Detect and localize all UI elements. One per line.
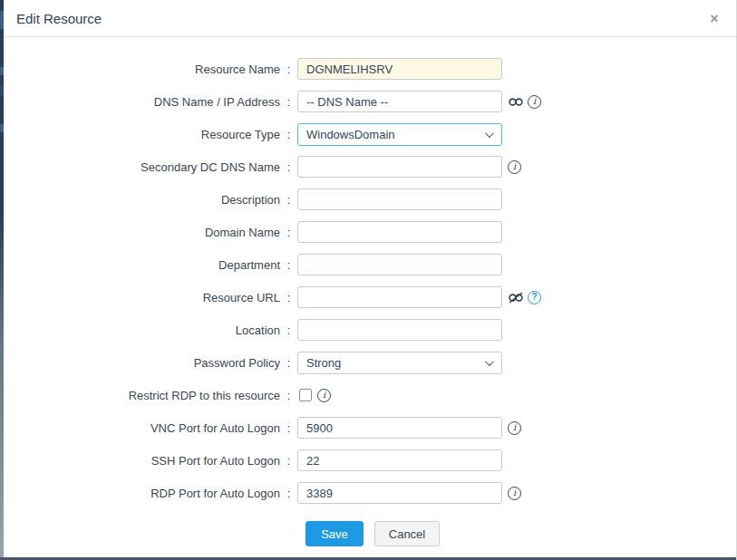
form-row-resource-type: Resource Type:WindowsDomain (4, 118, 736, 150)
field-control (297, 417, 502, 439)
password-policy-selected-value: Strong (306, 356, 341, 370)
label-separator: : (280, 291, 297, 304)
location-input[interactable] (297, 319, 502, 341)
field-icons: i (508, 487, 521, 500)
label-separator: : (280, 421, 297, 435)
sidebar-sliver-segment (0, 124, 4, 132)
field-label-resource-url: Resource URL (4, 291, 280, 304)
field-control (297, 254, 502, 275)
background-sidebar-sliver (0, 0, 4, 560)
label-separator: : (280, 258, 297, 272)
field-label-resource-name: Resource Name (4, 63, 280, 76)
cancel-button[interactable]: Cancel (374, 521, 440, 546)
form-row-ssh-port-for-auto-logon: SSH Port for Auto Logon: (4, 444, 736, 477)
help-icon[interactable]: ? (528, 291, 541, 304)
dialog-header: Edit Resource × (4, 0, 736, 37)
field-control (297, 188, 502, 210)
field-control (297, 91, 502, 112)
form-row-dns-name-ip-address: DNS Name / IP Address:i (4, 85, 736, 118)
dns-name-ip-address-input[interactable] (297, 91, 502, 112)
label-separator: : (280, 63, 297, 76)
sidebar-sliver-segment (0, 11, 4, 29)
binoculars-off-icon[interactable] (508, 290, 524, 304)
binoculars-icon[interactable] (508, 94, 524, 109)
field-control (297, 389, 312, 401)
info-icon[interactable]: i (508, 421, 521, 435)
chevron-down-icon (485, 129, 494, 138)
label-separator: : (280, 128, 297, 141)
field-control: Strong (297, 352, 502, 374)
field-icons: i (508, 94, 541, 109)
label-separator: : (280, 454, 297, 468)
label-separator: : (280, 226, 297, 239)
description-input[interactable] (297, 188, 502, 210)
form-row-resource-name: Resource Name: (4, 53, 736, 85)
field-icons: i (508, 421, 521, 435)
field-icons: i (508, 160, 521, 174)
field-control: WindowsDomain (297, 123, 502, 146)
resource-type-selected-value: WindowsDomain (306, 128, 395, 141)
field-control (297, 319, 502, 341)
field-control (297, 286, 502, 308)
field-label-rdp-port-for-auto-logon: RDP Port for Auto Logon (4, 487, 280, 500)
resource-type-select[interactable]: WindowsDomain (297, 123, 502, 146)
form-row-description: Description: (4, 183, 736, 216)
chevron-down-icon (485, 357, 494, 366)
form-row-department: Department: (4, 248, 736, 281)
sidebar-sliver-segment (0, 87, 4, 95)
form-row-restrict-rdp-to-this-resource: Restrict RDP to this resource:i (4, 379, 736, 411)
field-control (297, 221, 502, 243)
field-label-restrict-rdp-to-this-resource: Restrict RDP to this resource (4, 389, 280, 402)
field-label-department: Department (4, 258, 280, 272)
vnc-port-for-auto-logon-input[interactable] (297, 417, 502, 439)
form-row-rdp-port-for-auto-logon: RDP Port for Auto Logon:i (4, 477, 736, 509)
edit-resource-dialog: Edit Resource × Resource Name:DNS Name /… (4, 0, 736, 557)
rdp-port-for-auto-logon-input[interactable] (297, 482, 502, 504)
dialog-title: Edit Resource (16, 11, 102, 26)
info-icon[interactable]: i (508, 487, 521, 500)
info-icon[interactable]: i (528, 95, 541, 109)
field-control (297, 58, 502, 80)
password-policy-select[interactable]: Strong (297, 352, 502, 374)
field-label-vnc-port-for-auto-logon: VNC Port for Auto Logon (4, 421, 280, 435)
sidebar-sliver-segment (0, 67, 4, 75)
info-icon[interactable]: i (317, 389, 331, 402)
info-icon[interactable]: i (508, 160, 521, 174)
label-separator: : (280, 95, 297, 109)
domain-name-input[interactable] (297, 221, 502, 243)
field-control (297, 482, 502, 504)
label-separator: : (280, 160, 297, 174)
save-button[interactable]: Save (305, 521, 364, 546)
label-separator: : (280, 323, 297, 337)
form-row-resource-url: Resource URL:? (4, 281, 736, 314)
field-icons: ? (508, 290, 541, 304)
label-separator: : (280, 356, 297, 370)
resource-name-input[interactable] (297, 58, 502, 80)
form-row-location: Location: (4, 314, 736, 346)
label-separator: : (280, 487, 297, 500)
edit-resource-form: Resource Name:DNS Name / IP Address:iRes… (4, 37, 736, 509)
secondary-dc-dns-name-input[interactable] (297, 156, 502, 178)
field-label-dns-name-ip-address: DNS Name / IP Address (4, 95, 280, 109)
field-label-password-policy: Password Policy (4, 356, 280, 370)
field-control (297, 156, 502, 178)
form-row-vnc-port-for-auto-logon: VNC Port for Auto Logon:i (4, 411, 736, 444)
department-input[interactable] (297, 254, 502, 275)
field-icons: i (317, 389, 331, 402)
form-row-secondary-dc-dns-name: Secondary DC DNS Name:i (4, 150, 736, 183)
field-label-description: Description (4, 193, 280, 207)
field-label-location: Location (4, 323, 280, 337)
ssh-port-for-auto-logon-input[interactable] (297, 449, 502, 471)
close-icon[interactable]: × (707, 12, 722, 26)
field-label-resource-type: Resource Type (4, 128, 280, 141)
form-row-domain-name: Domain Name: (4, 216, 736, 248)
dialog-actions: Save Cancel (305, 521, 736, 546)
field-label-secondary-dc-dns-name: Secondary DC DNS Name (4, 160, 280, 174)
field-control (297, 449, 502, 471)
field-label-ssh-port-for-auto-logon: SSH Port for Auto Logon (4, 454, 280, 468)
resource-url-input[interactable] (297, 286, 502, 308)
restrict-rdp-to-this-resource-checkbox[interactable] (299, 389, 312, 401)
label-separator: : (280, 389, 297, 402)
label-separator: : (280, 193, 297, 207)
field-label-domain-name: Domain Name (4, 226, 280, 239)
